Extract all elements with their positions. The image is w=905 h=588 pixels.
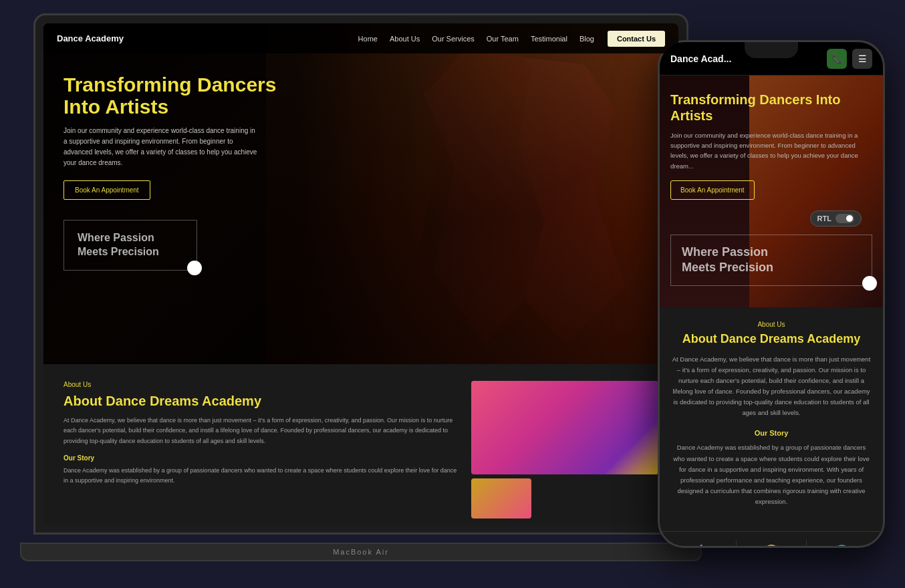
growth-icon: 🏆 xyxy=(759,540,783,546)
nav-link-testimonial[interactable]: Testimonial xyxy=(531,35,567,43)
phone-our-story-label: Our Story xyxy=(670,429,872,437)
about-label: About Us xyxy=(63,381,458,388)
website-content: Dance Academy Home About Us Our Services… xyxy=(43,23,678,525)
nav-link-team[interactable]: Our Team xyxy=(487,35,519,43)
phone-story-text: Dance Academy was established by a group… xyxy=(670,442,872,507)
about-title: About Dance Dreams Academy xyxy=(63,394,458,409)
about-story-text: Dance Academy was established by a group… xyxy=(63,466,458,486)
hero-section: Transforming Dancers Into Artists Join o… xyxy=(43,23,678,371)
navbar: Dance Academy Home About Us Our Services… xyxy=(43,23,678,53)
phone-bottom-bar: 📋 Quality 🏆 Personal Growth 🌐 Community xyxy=(660,531,883,546)
laptop-base: MacBook Air xyxy=(20,543,702,561)
phone-tagline-line1: Where Passion xyxy=(682,245,861,260)
hamburger-icon-symbol: ☰ xyxy=(858,53,867,64)
about-right-images xyxy=(471,381,658,521)
phone-tagline-box: Where Passion Meets Precision xyxy=(670,235,872,286)
nav-logo: Dance Academy xyxy=(57,33,124,43)
rtl-toggle-control[interactable]: RTL xyxy=(810,210,862,227)
about-section: About Us About Dance Dreams Academy At D… xyxy=(43,364,678,525)
nav-link-blog[interactable]: Blog xyxy=(579,35,594,43)
phone-tagline-dot xyxy=(862,276,877,291)
nav-link-home[interactable]: Home xyxy=(358,35,378,43)
phone-hero-subtitle: Join our community and experience world-… xyxy=(670,130,872,171)
hero-content: Transforming Dancers Into Artists Join o… xyxy=(63,74,277,271)
hero-tagline-line2: Meets Precision xyxy=(78,245,183,259)
nav-links: Home About Us Our Services Our Team Test… xyxy=(358,35,594,43)
phone-notch xyxy=(745,42,798,58)
about-text: At Dance Academy, we believe that dance … xyxy=(63,416,458,446)
our-story-label: Our Story xyxy=(63,454,458,462)
phone-bottom-growth[interactable]: 🏆 Personal Growth xyxy=(737,540,807,546)
phone-bottom-community[interactable]: 🌐 Community xyxy=(807,540,876,546)
laptop-notch xyxy=(355,15,367,22)
hero-tagline-dot xyxy=(187,261,202,275)
rtl-toggle-bar: RTL xyxy=(670,210,872,227)
phone-screen: Dance Acad... 📞 ☰ Transforming Dancers I… xyxy=(660,42,883,546)
toggle-switch[interactable] xyxy=(835,214,854,223)
phone-device: Dance Acad... 📞 ☰ Transforming Dancers I… xyxy=(658,40,885,548)
hero-subtitle: Join our community and experience world-… xyxy=(63,126,257,168)
phone-hero-title: Transforming Dancers Into Artists xyxy=(670,92,872,124)
hero-tagline-line1: Where Passion xyxy=(78,231,183,245)
about-main-image xyxy=(471,381,658,474)
hero-tagline-box: Where Passion Meets Precision xyxy=(63,220,197,271)
book-appointment-button[interactable]: Book An Appointment xyxy=(63,180,150,200)
phone-bottom-quality[interactable]: 📋 Quality xyxy=(666,540,737,546)
nav-link-services[interactable]: Our Services xyxy=(432,35,475,43)
contact-us-button[interactable]: Contact Us xyxy=(608,31,665,47)
phone-hero-section: Transforming Dancers Into Artists Join o… xyxy=(660,76,883,307)
phone-call-icon[interactable]: 📞 xyxy=(827,49,847,69)
phone-about-section: About Us About Dance Dreams Academy At D… xyxy=(660,307,883,532)
phone-about-text: At Dance Academy, we believe that dance … xyxy=(670,354,872,419)
call-icon-symbol: 📞 xyxy=(831,53,843,64)
rtl-label: RTL xyxy=(817,214,831,223)
hero-title: Transforming Dancers Into Artists xyxy=(63,74,277,118)
about-left-content: About Us About Dance Dreams Academy At D… xyxy=(63,381,458,521)
phone-tagline-line2: Meets Precision xyxy=(682,260,861,275)
community-icon: 🌐 xyxy=(829,540,854,546)
phone-menu-icon[interactable]: ☰ xyxy=(852,49,872,69)
phone-book-appointment-button[interactable]: Book An Appointment xyxy=(670,180,755,200)
quality-icon: 📋 xyxy=(689,540,713,546)
phone-about-label: About Us xyxy=(670,321,872,328)
phone-hero-content: Transforming Dancers Into Artists Join o… xyxy=(670,92,872,210)
phone-nav-icons: 📞 ☰ xyxy=(827,49,872,69)
laptop-screen: Dance Academy Home About Us Our Services… xyxy=(43,23,678,525)
laptop-device: Dance Academy Home About Us Our Services… xyxy=(33,13,688,561)
phone-about-title: About Dance Dreams Academy xyxy=(670,332,872,346)
about-small-image xyxy=(471,478,531,519)
laptop-model-label: MacBook Air xyxy=(333,548,389,556)
nav-link-about[interactable]: About Us xyxy=(390,35,420,43)
